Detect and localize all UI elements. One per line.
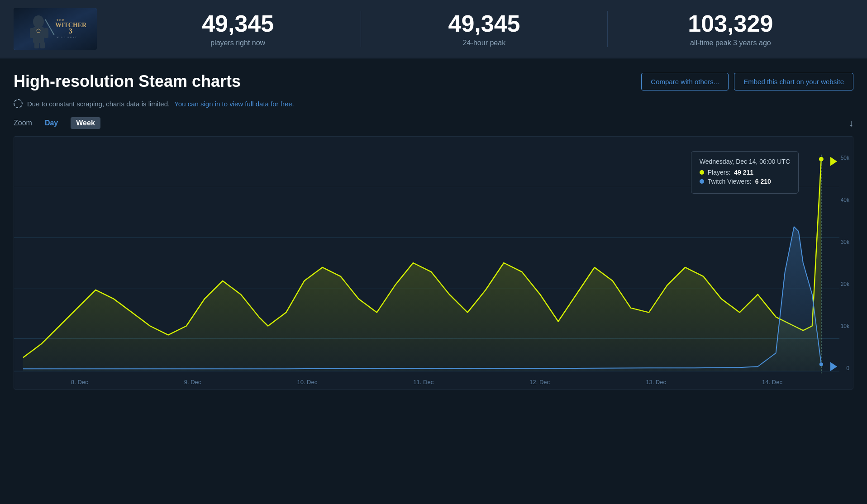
chart-svg: [14, 137, 853, 389]
svg-point-1: [33, 15, 44, 28]
peak-24h-number: 49,345: [370, 11, 598, 37]
notice-link[interactable]: You can sign in to view full data for fr…: [174, 100, 294, 108]
svg-marker-20: [830, 157, 837, 166]
peak-24h-block: 49,345 24-hour peak: [361, 11, 607, 47]
svg-text:THE: THE: [57, 19, 65, 21]
svg-rect-4: [44, 28, 48, 38]
players-now-label: players right now: [124, 39, 352, 47]
alltime-peak-number: 103,329: [617, 11, 844, 37]
svg-point-19: [819, 157, 824, 162]
download-icon[interactable]: ↓: [849, 118, 853, 128]
svg-rect-3: [30, 28, 34, 38]
compare-button[interactable]: Compare with others...: [641, 73, 729, 90]
zoom-label: Zoom: [14, 119, 32, 127]
notice-bar: Due to constant scraping, charts data is…: [14, 99, 853, 108]
game-cover: THE WITCHER 3 WILD HUNT: [14, 8, 97, 50]
players-now-block: 49,345 players right now: [115, 11, 361, 47]
notice-text: Due to constant scraping, charts data is…: [27, 100, 170, 108]
svg-text:WILD HUNT: WILD HUNT: [57, 36, 77, 38]
charts-heading-row: High-resolution Steam charts Compare wit…: [14, 72, 853, 91]
svg-point-21: [819, 362, 823, 366]
svg-rect-2: [33, 27, 44, 43]
svg-marker-22: [830, 362, 837, 371]
svg-rect-0: [14, 8, 97, 50]
alltime-peak-block: 103,329 all-time peak 3 years ago: [608, 11, 853, 47]
svg-rect-5: [34, 42, 39, 48]
main-content: High-resolution Steam charts Compare wit…: [0, 58, 867, 399]
embed-button[interactable]: Embed this chart on your website: [734, 73, 853, 90]
peak-24h-label: 24-hour peak: [370, 39, 598, 47]
header-bar: THE WITCHER 3 WILD HUNT 49,345 players r…: [0, 0, 867, 58]
svg-text:3: 3: [69, 27, 72, 35]
heading-buttons: Compare with others... Embed this chart …: [641, 73, 853, 90]
alltime-peak-label: all-time peak 3 years ago: [617, 39, 844, 47]
players-now-number: 49,345: [124, 11, 352, 37]
charts-title: High-resolution Steam charts: [14, 72, 241, 91]
zoom-week-button[interactable]: Week: [71, 117, 100, 129]
zoom-row: Zoom Day Week ↓: [14, 117, 853, 129]
zoom-day-button[interactable]: Day: [39, 117, 63, 129]
notice-icon: [14, 99, 23, 108]
svg-rect-6: [40, 42, 45, 48]
chart-container: 50k 40k 30k 20k 10k 0 8. Dec 9. Dec 10. …: [14, 136, 853, 390]
